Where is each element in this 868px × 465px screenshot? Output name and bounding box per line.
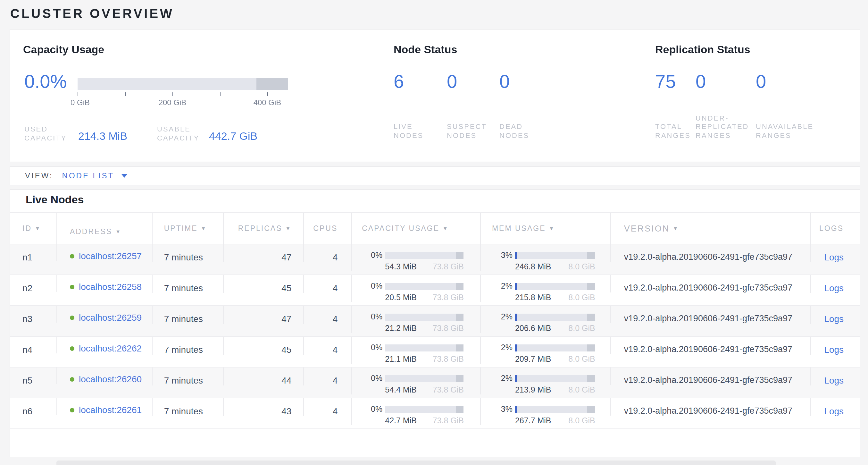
node-address-link[interactable]: localhost:26259 — [79, 312, 142, 323]
table-row: n6 localhost:26261 7 minutes 43 4 0% 42.… — [10, 398, 860, 429]
node-live-status-icon — [70, 315, 74, 320]
node-live-status-icon — [70, 346, 74, 350]
axis-tick-label: 400 GiB — [248, 98, 286, 107]
node-address-link[interactable]: localhost:26260 — [79, 374, 142, 384]
mem-usage-cell: 2% 209.7 MiB8.0 GiB — [480, 337, 611, 364]
axis-tick — [78, 92, 78, 96]
sort-arrow-icon: ▼ — [35, 226, 41, 231]
column-header-uptime[interactable]: UPTIME▼ — [152, 213, 223, 244]
node-uptime: 7 minutes — [152, 306, 223, 324]
capacity-bar — [385, 283, 464, 290]
capacity-bar — [385, 252, 464, 259]
column-header-id[interactable]: ID▼ — [10, 213, 56, 244]
view-dropdown-value[interactable]: NODE LIST — [62, 171, 115, 180]
mem-usage-cell: 3% 246.8 MiB8.0 GiB — [480, 244, 611, 271]
under-replicated-stat: 0 UNDER- REPLICATED RANGES — [695, 71, 756, 140]
capacity-bar — [385, 344, 464, 351]
capacity-bar-reserved — [456, 313, 464, 320]
mem-bar-reserved — [587, 375, 595, 382]
view-label: VIEW: — [25, 171, 53, 180]
column-header-capacity-usage[interactable]: CAPACITY USAGE▼ — [351, 213, 480, 244]
capacity-percent: 0% — [362, 282, 382, 291]
capacity-usage-cell: 0% 21.1 MiB73.8 GiB — [351, 337, 480, 364]
table-header-row: ID▼ ADDRESS▼ UPTIME▼ REPLICAS▼ CPUS CAPA… — [10, 212, 860, 244]
live-nodes-card: Live Nodes ID▼ ADDRESS▼ UPTIME▼ REPLICAS… — [10, 189, 860, 457]
mem-bar-fill — [515, 283, 517, 290]
node-live-status-icon — [70, 285, 74, 289]
capacity-percent: 0% — [362, 312, 382, 321]
logs-cell: Logs — [810, 275, 860, 293]
capacity-max-value: 73.8 GiB — [433, 385, 464, 395]
chevron-down-icon — [121, 174, 128, 178]
logs-link[interactable]: Logs — [824, 314, 844, 324]
node-replicas: 47 — [223, 244, 303, 262]
axis-tick — [173, 92, 173, 96]
axis-tick — [267, 92, 268, 96]
node-address-cell: localhost:26262 — [56, 337, 152, 353]
table-row: n2 localhost:26258 7 minutes 45 4 0% 20.… — [10, 275, 860, 306]
column-header-address[interactable]: ADDRESS▼ — [56, 213, 152, 244]
mem-max-value: 8.0 GiB — [568, 324, 595, 333]
mem-bar-fill — [515, 406, 517, 413]
mem-used-value: 213.9 MiB — [515, 385, 551, 395]
node-address-cell: localhost:26261 — [56, 398, 152, 415]
node-address-link[interactable]: localhost:26258 — [79, 282, 142, 292]
axis-tick — [220, 92, 220, 96]
view-dropdown[interactable]: NODE LIST — [62, 171, 128, 180]
mem-bar — [515, 344, 595, 351]
logs-link[interactable]: Logs — [824, 252, 844, 262]
dead-nodes-stat: 0 DEAD NODES — [499, 71, 551, 140]
dead-nodes-value: 0 — [499, 71, 551, 92]
capacity-bar-reserved — [456, 344, 464, 351]
node-address-link[interactable]: localhost:26261 — [79, 405, 142, 415]
mem-bar — [515, 313, 595, 320]
node-address-link[interactable]: localhost:26262 — [79, 343, 142, 353]
sort-arrow-icon: ▼ — [286, 226, 292, 231]
mem-percent: 2% — [492, 312, 513, 321]
next-section-peek — [56, 461, 776, 465]
mem-bar-reserved — [587, 313, 595, 320]
replication-status-heading: Replication Status — [655, 43, 750, 57]
column-header-mem-usage[interactable]: MEM USAGE▼ — [480, 213, 611, 244]
node-status-heading: Node Status — [394, 43, 457, 57]
node-id: n2 — [10, 275, 56, 293]
mem-percent: 3% — [492, 251, 513, 260]
node-version: v19.2.0-alpha.20190606-2491-gfe735c9a97 — [611, 337, 810, 354]
logs-cell: Logs — [810, 306, 860, 324]
column-header-replicas[interactable]: REPLICAS▼ — [223, 213, 303, 244]
node-uptime: 7 minutes — [152, 398, 223, 416]
logs-link[interactable]: Logs — [824, 283, 844, 293]
node-address-link[interactable]: localhost:26257 — [79, 251, 142, 261]
logs-link[interactable]: Logs — [824, 344, 844, 355]
logs-link[interactable]: Logs — [824, 406, 844, 416]
mem-bar-fill — [515, 344, 517, 351]
mem-usage-cell: 2% 206.6 MiB8.0 GiB — [480, 306, 611, 333]
logs-link[interactable]: Logs — [824, 375, 844, 385]
cluster-overview-page: CLUSTER OVERVIEW Capacity Usage 0.0% 0 G… — [0, 0, 868, 465]
table-row: n1 localhost:26257 7 minutes 47 4 0% 54.… — [10, 244, 860, 275]
unavailable-ranges-label: UNAVAILABLE RANGES — [756, 122, 813, 140]
node-replicas: 43 — [223, 398, 303, 416]
capacity-used-value: 54.4 MiB — [385, 385, 417, 395]
node-cpus: 4 — [303, 244, 351, 262]
column-header-version[interactable]: VERSION▼ — [611, 213, 811, 244]
capacity-used-value: 21.1 MiB — [385, 355, 417, 364]
node-version: v19.2.0-alpha.20190606-2491-gfe735c9a97 — [611, 306, 810, 323]
suspect-nodes-stat: 0 SUSPECT NODES — [447, 71, 499, 140]
live-nodes-label: LIVE NODES — [394, 122, 424, 140]
node-id: n6 — [10, 398, 56, 416]
suspect-nodes-label: SUSPECT NODES — [447, 122, 487, 140]
capacity-gauge-reserved-segment — [256, 78, 288, 90]
capacity-stats: USED CAPACITY 214.3 MiB USABLE CAPACITY … — [24, 125, 257, 142]
node-cpus: 4 — [303, 398, 351, 416]
sort-arrow-icon: ▼ — [115, 229, 122, 234]
mem-used-value: 267.7 MiB — [515, 416, 551, 425]
column-header-cpus[interactable]: CPUS — [303, 213, 351, 244]
view-selector-bar: VIEW: NODE LIST — [10, 166, 860, 185]
capacity-usage-cell: 0% 42.7 MiB73.8 GiB — [351, 398, 480, 425]
node-status-section: Node Status 6 LIVE NODES 0 SUSPECT NODES… — [394, 30, 560, 162]
node-id: n5 — [10, 368, 56, 385]
under-replicated-value: 0 — [695, 71, 756, 92]
axis-tick-label: 0 GiB — [61, 98, 99, 107]
mem-usage-cell: 2% 215.8 MiB8.0 GiB — [480, 275, 611, 302]
